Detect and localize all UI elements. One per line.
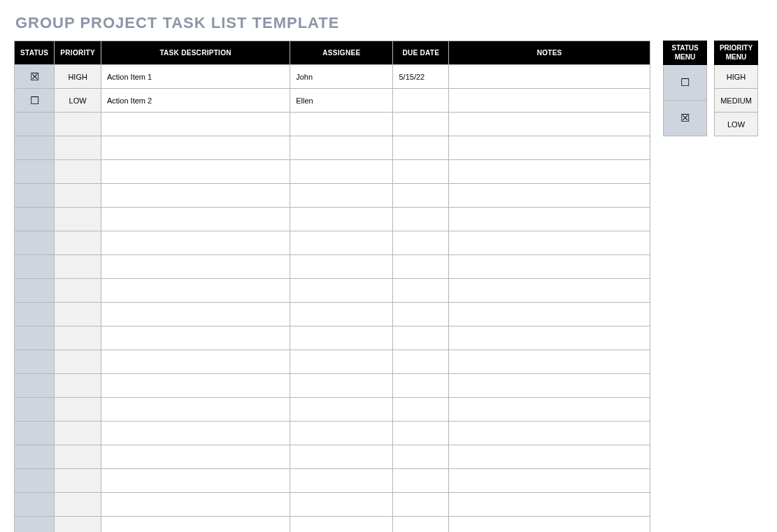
notes-cell[interactable] <box>449 279 650 303</box>
assignee-cell[interactable]: Ellen <box>290 89 393 113</box>
due-date-cell[interactable] <box>393 493 449 517</box>
due-date-cell[interactable] <box>393 469 449 493</box>
assignee-cell[interactable] <box>290 517 393 533</box>
description-cell[interactable] <box>101 279 290 303</box>
priority-cell[interactable] <box>55 184 101 208</box>
due-date-cell[interactable] <box>393 255 449 279</box>
assignee-cell[interactable] <box>290 350 393 374</box>
assignee-cell[interactable] <box>290 279 393 303</box>
description-cell[interactable] <box>101 350 290 374</box>
notes-cell[interactable] <box>449 89 650 113</box>
due-date-cell[interactable] <box>393 231 449 255</box>
status-cell[interactable] <box>15 160 55 184</box>
notes-cell[interactable] <box>449 255 650 279</box>
status-cell[interactable] <box>15 422 55 445</box>
notes-cell[interactable] <box>449 208 650 231</box>
description-cell[interactable] <box>101 469 290 493</box>
due-date-cell[interactable] <box>393 303 449 326</box>
notes-cell[interactable] <box>449 398 650 422</box>
priority-menu-item[interactable]: LOW <box>715 113 758 136</box>
priority-cell[interactable] <box>55 469 101 493</box>
assignee-cell[interactable]: John <box>290 65 393 89</box>
priority-cell[interactable] <box>55 231 101 255</box>
status-cell[interactable] <box>15 374 55 398</box>
assignee-cell[interactable] <box>290 398 393 422</box>
due-date-cell[interactable] <box>393 350 449 374</box>
status-cell[interactable]: ☐ <box>15 89 55 113</box>
notes-cell[interactable] <box>449 113 650 136</box>
status-cell[interactable] <box>15 255 55 279</box>
priority-cell[interactable] <box>55 208 101 231</box>
due-date-cell[interactable]: 5/15/22 <box>393 65 449 89</box>
due-date-cell[interactable] <box>393 89 449 113</box>
notes-cell[interactable] <box>449 469 650 493</box>
status-menu-item[interactable]: ☒ <box>664 101 707 136</box>
notes-cell[interactable] <box>449 326 650 350</box>
priority-cell[interactable]: LOW <box>55 89 101 113</box>
description-cell[interactable] <box>101 231 290 255</box>
assignee-cell[interactable] <box>290 231 393 255</box>
description-cell[interactable] <box>101 517 290 533</box>
notes-cell[interactable] <box>449 374 650 398</box>
assignee-cell[interactable] <box>290 113 393 136</box>
notes-cell[interactable] <box>449 445 650 469</box>
notes-cell[interactable] <box>449 65 650 89</box>
priority-cell[interactable] <box>55 445 101 469</box>
notes-cell[interactable] <box>449 517 650 533</box>
description-cell[interactable]: Action Item 1 <box>101 65 290 89</box>
priority-cell[interactable]: HIGH <box>55 65 101 89</box>
priority-cell[interactable] <box>55 350 101 374</box>
description-cell[interactable] <box>101 303 290 326</box>
assignee-cell[interactable] <box>290 469 393 493</box>
assignee-cell[interactable] <box>290 326 393 350</box>
due-date-cell[interactable] <box>393 374 449 398</box>
description-cell[interactable] <box>101 136 290 160</box>
priority-cell[interactable] <box>55 255 101 279</box>
description-cell[interactable] <box>101 326 290 350</box>
status-cell[interactable] <box>15 350 55 374</box>
status-cell[interactable] <box>15 469 55 493</box>
due-date-cell[interactable] <box>393 445 449 469</box>
description-cell[interactable]: Action Item 2 <box>101 89 290 113</box>
assignee-cell[interactable] <box>290 303 393 326</box>
description-cell[interactable] <box>101 374 290 398</box>
priority-cell[interactable] <box>55 517 101 533</box>
status-cell[interactable] <box>15 517 55 533</box>
description-cell[interactable] <box>101 255 290 279</box>
assignee-cell[interactable] <box>290 374 393 398</box>
due-date-cell[interactable] <box>393 279 449 303</box>
priority-menu-item[interactable]: HIGH <box>715 65 758 89</box>
description-cell[interactable] <box>101 160 290 184</box>
status-cell[interactable]: ☒ <box>15 65 55 89</box>
priority-cell[interactable] <box>55 160 101 184</box>
status-menu-item[interactable]: ☐ <box>664 65 707 101</box>
due-date-cell[interactable] <box>393 208 449 231</box>
priority-cell[interactable] <box>55 326 101 350</box>
assignee-cell[interactable] <box>290 493 393 517</box>
notes-cell[interactable] <box>449 160 650 184</box>
priority-cell[interactable] <box>55 422 101 445</box>
priority-cell[interactable] <box>55 303 101 326</box>
status-cell[interactable] <box>15 303 55 326</box>
priority-cell[interactable] <box>55 136 101 160</box>
due-date-cell[interactable] <box>393 422 449 445</box>
status-cell[interactable] <box>15 279 55 303</box>
priority-cell[interactable] <box>55 279 101 303</box>
notes-cell[interactable] <box>449 136 650 160</box>
assignee-cell[interactable] <box>290 208 393 231</box>
status-cell[interactable] <box>15 208 55 231</box>
description-cell[interactable] <box>101 445 290 469</box>
due-date-cell[interactable] <box>393 398 449 422</box>
notes-cell[interactable] <box>449 350 650 374</box>
status-cell[interactable] <box>15 184 55 208</box>
priority-cell[interactable] <box>55 398 101 422</box>
description-cell[interactable] <box>101 208 290 231</box>
priority-menu-item[interactable]: MEDIUM <box>715 89 758 113</box>
description-cell[interactable] <box>101 184 290 208</box>
due-date-cell[interactable] <box>393 326 449 350</box>
status-cell[interactable] <box>15 493 55 517</box>
status-cell[interactable] <box>15 136 55 160</box>
priority-cell[interactable] <box>55 493 101 517</box>
assignee-cell[interactable] <box>290 422 393 445</box>
assignee-cell[interactable] <box>290 136 393 160</box>
